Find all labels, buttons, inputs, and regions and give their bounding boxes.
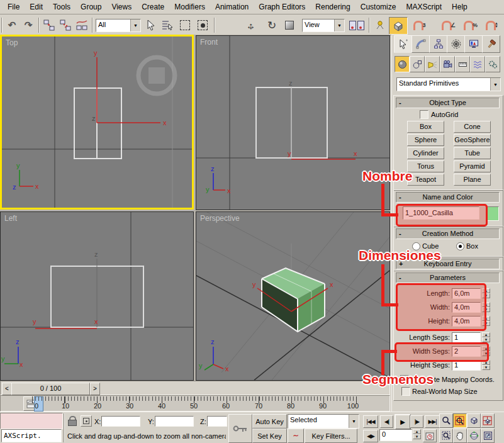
tab-create[interactable] [394,35,412,53]
zoom-extents-icon[interactable] [467,413,481,428]
go-to-end-button[interactable]: ▶▶| [425,415,440,428]
track-bar[interactable]: 0 10 20 30 40 50 60 70 80 90 100 [0,395,390,412]
height-spinner[interactable]: ▲▼ [482,316,490,327]
object-color-swatch[interactable] [486,206,499,221]
time-slider-handle[interactable]: 0 / 100 [11,383,90,395]
chevron-down-icon[interactable]: ▼ [334,20,344,31]
menu-help[interactable]: Help [447,1,473,13]
height-segs-spinner[interactable]: ▲▼ [482,360,490,371]
zoom-icon[interactable] [439,413,453,428]
menu-modifiers[interactable]: Modifiers [169,1,210,13]
menu-group[interactable]: Group [76,1,106,13]
key-mode-toggle-button[interactable]: ◀▶ [363,430,378,442]
select-and-manipulate-icon[interactable] [372,18,388,33]
category-shapes-icon[interactable] [410,56,425,72]
unlink-selection-icon[interactable] [58,18,73,33]
reference-coordinate-dropdown[interactable]: View ▼ [302,19,345,32]
snaps-toggle-icon[interactable] [389,17,408,35]
redo-icon[interactable]: ↷ [21,18,36,33]
selection-lock-icon[interactable] [68,416,76,425]
maxscript-listener[interactable]: AXScript. [1,429,62,442]
tab-hierarchy[interactable] [429,35,447,53]
menu-graph-editors[interactable]: Graph Editors [254,1,310,13]
creation-method-header[interactable]: - Creation Method [396,228,500,239]
tab-motion[interactable] [447,35,465,53]
category-cameras-icon[interactable] [440,56,455,72]
select-and-scale-icon[interactable] [282,18,297,33]
menu-create[interactable]: Create [137,1,169,13]
category-geometry-icon[interactable] [395,56,410,72]
key-filters-button[interactable]: Key Filters... [305,429,357,443]
plane-button[interactable]: Plane [454,174,491,186]
teapot-button[interactable]: Teapot [407,174,444,186]
selection-set-dropdown[interactable]: Selected ▼ [288,414,359,429]
zoom-extents-all-icon[interactable] [481,413,495,428]
selection-filter-dropdown[interactable]: All ▼ [96,19,141,32]
arc-rotate-icon[interactable] [467,429,481,443]
select-and-move-icon[interactable]: ↔↕ [244,18,259,33]
keyboard-shortcut-override-button[interactable] [228,414,252,443]
y-coordinate-input[interactable] [155,416,194,427]
geosphere-button[interactable]: GeoSphere [454,134,491,146]
name-color-header[interactable]: - Name and Color [396,192,500,203]
maxscript-macro-recorder[interactable] [0,413,63,429]
menu-rendering[interactable]: Rendering [310,1,355,13]
maximize-viewport-toggle-icon[interactable] [481,429,495,443]
angle-snap-toggle-icon[interactable]: 3 [410,18,429,33]
percent-snap-toggle-icon[interactable]: % [461,18,480,33]
autogrid-checkbox[interactable] [420,110,428,119]
primitives-category-dropdown[interactable]: Standard Primitives ▼ [396,77,501,91]
real-world-map-size-checkbox[interactable] [401,387,410,396]
menu-edit[interactable]: Edit [25,1,48,13]
play-button[interactable]: ▶ [395,414,411,430]
object-type-header[interactable]: - Object Type [396,98,500,108]
select-and-rotate-icon[interactable]: ↻ [264,18,279,33]
cylinder-button[interactable]: Cylinder [407,147,444,159]
tab-display[interactable] [464,35,483,53]
undo-icon[interactable]: ↶ [4,18,20,33]
box-button[interactable]: Box [407,121,444,133]
height-input[interactable]: 4,0m [452,316,481,327]
pan-hand-icon[interactable] [453,429,467,443]
category-space-warps-icon[interactable] [470,56,485,72]
viewport-left[interactable]: z y x z y x Left [0,211,194,381]
category-helpers-icon[interactable] [455,56,470,72]
default-in-out-tangents-icon[interactable]: ∼ [288,429,304,443]
bind-to-space-warp-icon[interactable] [74,18,89,33]
next-frame-arrow[interactable]: > [90,383,100,395]
time-configuration-button[interactable] [423,429,437,442]
menu-views[interactable]: Views [106,1,137,13]
width-input[interactable]: 4,0m [452,302,481,313]
viewport-top[interactable]: y x z y x z Top [0,35,194,210]
absolute-mode-transform-icon[interactable] [81,415,92,427]
height-segs-input[interactable]: 1 [452,360,481,371]
category-lights-icon[interactable] [425,56,440,72]
previous-frame-arrow[interactable]: < [2,383,12,395]
angle-snap-icon[interactable]: ∠ [439,18,458,33]
zoom-region-icon[interactable] [439,429,453,443]
width-spinner[interactable]: ▲▼ [482,302,490,313]
go-to-start-button[interactable]: |◀◀ [363,415,378,428]
width-segs-input[interactable]: 2 [452,346,481,357]
select-and-link-icon[interactable] [42,18,57,33]
next-frame-button[interactable]: |▶ [410,415,423,428]
parameters-header[interactable]: - Parameters [396,272,500,283]
select-object-icon[interactable] [143,18,159,33]
frame-spinner[interactable]: ▲▼ [413,429,421,441]
auto-key-button[interactable]: Auto Key [252,414,287,429]
object-name-input[interactable]: 1_1000_Casilla [403,206,479,220]
length-segs-spinner[interactable]: ▲▼ [482,332,490,343]
menu-file[interactable]: File [3,1,25,13]
sphere-button[interactable]: Sphere [407,134,444,146]
set-key-button[interactable]: Set Key [252,429,287,443]
spinner-snap-toggle-icon[interactable]: ▲▼ [483,18,501,33]
category-systems-icon[interactable] [485,56,500,72]
menu-animation[interactable]: Animation [210,1,254,13]
cone-button[interactable]: Cone [454,121,491,133]
tab-utilities[interactable] [482,35,500,53]
tab-modify[interactable] [412,35,430,53]
menu-tools[interactable]: Tools [48,1,76,13]
viewport-front[interactable]: z y x z y x Front [196,35,390,210]
torus-button[interactable]: Torus [407,160,444,172]
length-spinner[interactable]: ▲▼ [482,288,490,299]
